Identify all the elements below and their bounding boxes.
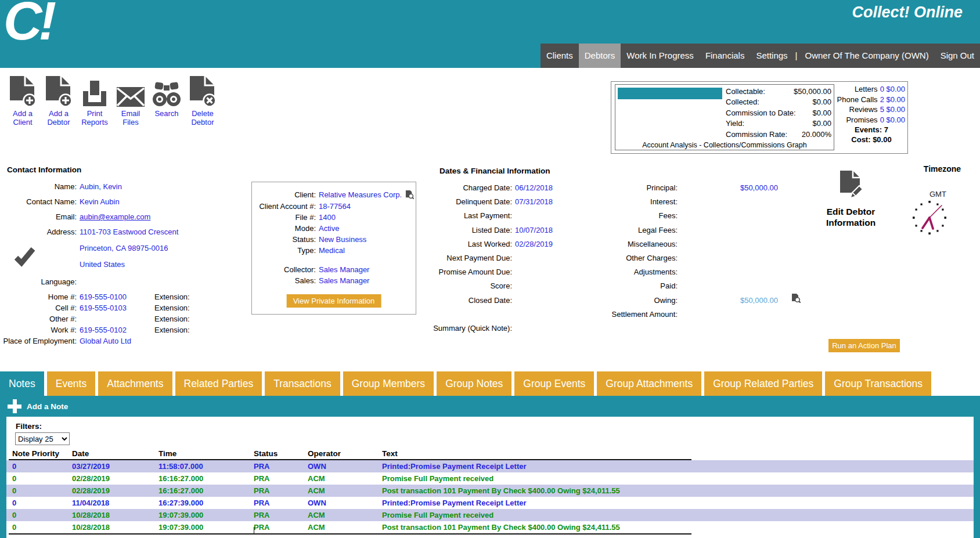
- financial-row: Principal: $50,000.00: [554, 183, 778, 197]
- mode-value[interactable]: Active: [319, 223, 339, 234]
- note-priority: 0: [12, 499, 72, 507]
- tab[interactable]: Group Members: [343, 371, 434, 396]
- activity-value[interactable]: 2 $0.00: [880, 95, 905, 105]
- tab[interactable]: Group Notes: [437, 371, 511, 396]
- date-label: Charged Date:: [406, 183, 512, 197]
- note-operator: OWN: [308, 499, 382, 507]
- note-priority: 0: [12, 462, 72, 471]
- stat-value: $0.00: [812, 108, 831, 118]
- nav-work-in-progress[interactable]: Work In Progress: [621, 44, 700, 68]
- employment-value[interactable]: Global Auto Ltd: [80, 336, 131, 346]
- date-value[interactable]: 07/31/2018: [515, 197, 553, 211]
- tab[interactable]: Events: [47, 371, 96, 396]
- col-operator[interactable]: Operator: [308, 449, 382, 458]
- note-text: Promise Full Payment received: [382, 511, 974, 519]
- financial-label: Paid:: [554, 281, 678, 295]
- address-line1[interactable]: 1101-703 Eastwood Crescent: [80, 227, 178, 237]
- contact-name-value[interactable]: Kevin Aubin: [80, 197, 120, 207]
- col-note-priority[interactable]: Note Priority: [12, 449, 72, 458]
- stat-value: 20.000%: [802, 129, 831, 140]
- print-reports-button[interactable]: Print Reports: [77, 69, 113, 127]
- search-button[interactable]: Search: [149, 69, 185, 127]
- nav-settings[interactable]: Settings: [750, 44, 793, 68]
- note-operator: ACM: [308, 511, 382, 519]
- note-row[interactable]: 0 10/28/2018 19:07:39.000 PRA ACM Promis…: [6, 509, 974, 521]
- brand-logo: C!: [3, 0, 53, 52]
- financial-column: Principal: $50,000.00 Interest: Fees: Le…: [554, 183, 778, 324]
- col-status[interactable]: Status: [254, 449, 308, 458]
- tab[interactable]: Attachments: [98, 371, 172, 396]
- checkmark-icon: [14, 246, 35, 269]
- delete-debtor-button[interactable]: Delete Debtor: [185, 69, 221, 127]
- view-private-information-button[interactable]: View Private Information: [287, 294, 381, 308]
- tab[interactable]: Notes: [0, 371, 44, 396]
- nav-separator: |: [794, 44, 799, 68]
- home-phone-value[interactable]: 619-555-0100: [80, 292, 127, 302]
- activity-value[interactable]: 0 $0.00: [880, 115, 905, 125]
- tab[interactable]: Group Transactions: [825, 371, 931, 396]
- note-date: 10/28/2018: [72, 523, 158, 532]
- work-phone-value[interactable]: 619-555-0102: [80, 325, 127, 335]
- note-row[interactable]: 0 10/28/2018 19:07:39.000 PRA ACM Post t…: [6, 521, 974, 533]
- note-row[interactable]: 0 02/28/2019 16:16:27.000 PRA ACM Post t…: [6, 485, 974, 497]
- col-date[interactable]: Date: [72, 449, 158, 458]
- run-action-plan-button[interactable]: Run an Action Plan: [828, 339, 900, 352]
- date-row: Promise Amount Due:: [406, 268, 553, 281]
- address-country[interactable]: United States: [80, 259, 125, 270]
- employment-label: Place of Employment:: [0, 336, 77, 346]
- cell-extension-label: Extension:: [154, 303, 190, 313]
- date-value[interactable]: 06/12/2018: [515, 183, 553, 197]
- financial-value: $50,000.00: [680, 183, 778, 197]
- debtor-name-value[interactable]: Aubin, Kevin: [80, 182, 122, 192]
- client-account-value[interactable]: 18-77564: [319, 201, 351, 212]
- date-value[interactable]: 02/28/2019: [515, 240, 553, 254]
- app-header: C! Collect! Online Clients Debtors Work …: [0, 0, 980, 68]
- note-row[interactable]: 0 11/04/2018 16:27:39.000 PRA OWN Printe…: [6, 497, 974, 509]
- stat-label: Commission Rate:: [726, 129, 787, 140]
- tab[interactable]: Group Related Parties: [704, 371, 822, 396]
- nav-owner-account[interactable]: Owner Of The Company (OWN): [799, 44, 935, 68]
- add-client-button[interactable]: Add a Client: [5, 69, 41, 127]
- search-label: Search: [149, 109, 185, 118]
- client-value[interactable]: Relative Measures Corp.: [319, 189, 402, 201]
- nav-clients[interactable]: Clients: [541, 44, 579, 68]
- date-row: Last Worked: 02/28/2019: [406, 240, 553, 254]
- edit-debtor-button[interactable]: Edit Debtor Information: [809, 170, 893, 228]
- email-link[interactable]: aubin@example.com: [80, 212, 150, 222]
- nav-sign-out[interactable]: Sign Out: [935, 44, 980, 68]
- tab[interactable]: Group Events: [514, 371, 594, 396]
- nav-debtors[interactable]: Debtors: [579, 44, 621, 68]
- activity-value[interactable]: 0 $0.00: [880, 84, 905, 95]
- display-count-select[interactable]: Display 25: [15, 432, 70, 445]
- address-line2[interactable]: Princeton, CA 98975-0016: [80, 243, 168, 254]
- notes-table-header: Note Priority Date Time Status Operator …: [6, 448, 974, 459]
- date-value[interactable]: 10/07/2018: [515, 226, 553, 240]
- file-number-value[interactable]: 1400: [319, 212, 336, 223]
- note-status: PRA: [254, 499, 308, 507]
- activity-value[interactable]: 5 $0.00: [880, 104, 905, 115]
- note-row[interactable]: 0 03/27/2019 11:58:07.000 PRA OWN Printe…: [6, 460, 974, 472]
- date-label: Listed Date:: [406, 226, 512, 240]
- email-files-button[interactable]: Email Files: [113, 69, 149, 127]
- cell-phone-value[interactable]: 619-555-0103: [80, 303, 127, 313]
- financial-label: Settlement Amount:: [554, 310, 678, 324]
- owing-detail-icon[interactable]: [791, 294, 801, 305]
- sales-value[interactable]: Sales Manager: [319, 275, 369, 286]
- mode-label: Mode:: [252, 223, 316, 234]
- financial-value: [680, 310, 778, 324]
- type-value[interactable]: Medical: [319, 245, 345, 256]
- col-text[interactable]: Text: [382, 449, 974, 458]
- add-debtor-button[interactable]: Add a Debtor: [41, 69, 77, 127]
- address-label: Address:: [0, 227, 77, 237]
- status-value[interactable]: New Business: [319, 234, 366, 245]
- add-note-button[interactable]: Add a Note: [0, 396, 980, 417]
- other-phone-label: Other #:: [0, 314, 77, 324]
- col-time[interactable]: Time: [158, 449, 254, 458]
- dates-financial-heading: Dates & Financial Information: [439, 167, 550, 175]
- collector-value[interactable]: Sales Manager: [319, 264, 369, 275]
- tab[interactable]: Related Parties: [175, 371, 262, 396]
- tab[interactable]: Transactions: [265, 371, 340, 396]
- nav-financials[interactable]: Financials: [700, 44, 751, 68]
- note-row[interactable]: 0 02/28/2019 16:16:27.000 PRA ACM Promis…: [6, 472, 974, 485]
- tab[interactable]: Group Attachments: [597, 371, 701, 396]
